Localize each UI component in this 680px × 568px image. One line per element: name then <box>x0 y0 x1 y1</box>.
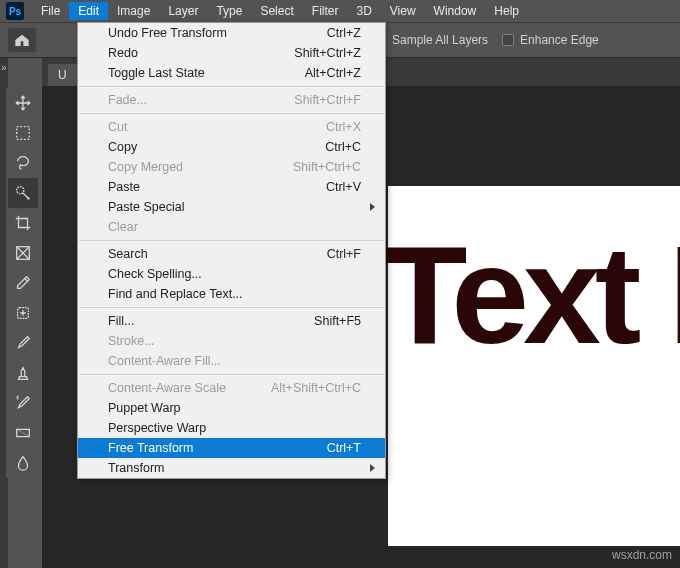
menu-item-paste[interactable]: PasteCtrl+V <box>78 177 385 197</box>
menu-help[interactable]: Help <box>485 2 528 20</box>
menu-item-label: Paste <box>108 180 140 194</box>
sample-all-layers-option[interactable]: Sample All Layers <box>374 33 488 47</box>
clone-stamp-tool[interactable] <box>8 358 38 388</box>
menu-view[interactable]: View <box>381 2 425 20</box>
menu-window[interactable]: Window <box>425 2 486 20</box>
menu-item-fill[interactable]: Fill...Shift+F5 <box>78 311 385 331</box>
menu-filter[interactable]: Filter <box>303 2 348 20</box>
move-tool[interactable] <box>8 88 38 118</box>
menu-item-undo-free-transform[interactable]: Undo Free TransformCtrl+Z <box>78 23 385 43</box>
menu-item-label: Transform <box>108 461 165 475</box>
menu-item-label: Free Transform <box>108 441 193 455</box>
app-logo: Ps <box>6 2 24 20</box>
svg-point-1 <box>17 187 24 194</box>
menu-item-content-aware-scale: Content-Aware ScaleAlt+Shift+Ctrl+C <box>78 378 385 398</box>
menu-edit[interactable]: Edit <box>69 2 108 20</box>
lasso-tool[interactable] <box>8 148 38 178</box>
healing-brush-tool[interactable] <box>8 298 38 328</box>
sample-all-layers-label: Sample All Layers <box>392 33 488 47</box>
menu-item-label: Content-Aware Fill... <box>108 354 221 368</box>
brush-tool[interactable] <box>8 328 38 358</box>
menu-item-toggle-last-state[interactable]: Toggle Last StateAlt+Ctrl+Z <box>78 63 385 83</box>
menu-item-shortcut: Ctrl+Z <box>327 26 361 40</box>
menu-item-fade: Fade...Shift+Ctrl+F <box>78 90 385 110</box>
menu-item-label: Toggle Last State <box>108 66 205 80</box>
menu-item-shortcut: Ctrl+X <box>326 120 361 134</box>
menu-item-copy[interactable]: CopyCtrl+C <box>78 137 385 157</box>
menu-item-cut: CutCtrl+X <box>78 117 385 137</box>
menu-item-label: Content-Aware Scale <box>108 381 226 395</box>
menu-item-find-and-replace-text[interactable]: Find and Replace Text... <box>78 284 385 304</box>
menu-item-paste-special[interactable]: Paste Special <box>78 197 385 217</box>
svg-rect-0 <box>17 127 30 140</box>
menu-item-label: Stroke... <box>108 334 155 348</box>
menu-item-check-spelling[interactable]: Check Spelling... <box>78 264 385 284</box>
menu-item-content-aware-fill: Content-Aware Fill... <box>78 351 385 371</box>
menu-item-label: Paste Special <box>108 200 184 214</box>
frame-tool[interactable] <box>8 238 38 268</box>
toolbox <box>6 88 40 478</box>
menu-bar: Ps FileEditImageLayerTypeSelectFilter3DV… <box>0 0 680 22</box>
menu-item-label: Copy Merged <box>108 160 183 174</box>
menu-item-label: Undo Free Transform <box>108 26 227 40</box>
edit-menu-dropdown: Undo Free TransformCtrl+ZRedoShift+Ctrl+… <box>77 22 386 479</box>
eyedropper-tool[interactable] <box>8 268 38 298</box>
menu-type[interactable]: Type <box>207 2 251 20</box>
menu-separator <box>79 86 384 87</box>
menu-separator <box>79 307 384 308</box>
pin-icon[interactable]: » <box>0 62 7 73</box>
menu-item-puppet-warp[interactable]: Puppet Warp <box>78 398 385 418</box>
menu-file[interactable]: File <box>32 2 69 20</box>
gradient-tool[interactable] <box>8 418 38 448</box>
menu-item-shortcut: Shift+Ctrl+Z <box>294 46 361 60</box>
menu-item-shortcut: Ctrl+T <box>327 441 361 455</box>
menu-item-shortcut: Shift+F5 <box>314 314 361 328</box>
menu-item-shortcut: Ctrl+V <box>326 180 361 194</box>
menu-item-shortcut: Shift+Ctrl+F <box>294 93 361 107</box>
history-brush-tool[interactable] <box>8 388 38 418</box>
document-tab[interactable]: U <box>48 64 77 86</box>
text-layer[interactable]: Text L <box>382 214 680 376</box>
blur-tool[interactable] <box>8 448 38 478</box>
menu-item-shortcut: Shift+Ctrl+C <box>293 160 361 174</box>
menu-item-shortcut: Ctrl+F <box>327 247 361 261</box>
watermark: wsxdn.com <box>612 548 672 562</box>
menu-separator <box>79 240 384 241</box>
menu-item-label: Clear <box>108 220 138 234</box>
menu-select[interactable]: Select <box>251 2 302 20</box>
menu-item-label: Redo <box>108 46 138 60</box>
menu-item-free-transform[interactable]: Free TransformCtrl+T <box>78 438 385 458</box>
quick-select-tool[interactable] <box>8 178 38 208</box>
menu-item-transform[interactable]: Transform <box>78 458 385 478</box>
menu-separator <box>79 374 384 375</box>
menu-item-clear: Clear <box>78 217 385 237</box>
canvas[interactable]: Text L <box>388 186 680 546</box>
home-button[interactable] <box>8 28 36 52</box>
menu-item-label: Cut <box>108 120 127 134</box>
menu-item-copy-merged: Copy MergedShift+Ctrl+C <box>78 157 385 177</box>
menu-item-shortcut: Ctrl+C <box>325 140 361 154</box>
menu-3d[interactable]: 3D <box>347 2 380 20</box>
menu-item-redo[interactable]: RedoShift+Ctrl+Z <box>78 43 385 63</box>
menu-item-label: Fade... <box>108 93 147 107</box>
menu-item-shortcut: Alt+Ctrl+Z <box>305 66 361 80</box>
menu-item-stroke: Stroke... <box>78 331 385 351</box>
enhance-edge-label: Enhance Edge <box>520 33 599 47</box>
menu-image[interactable]: Image <box>108 2 159 20</box>
menu-item-label: Fill... <box>108 314 134 328</box>
menu-item-shortcut: Alt+Shift+Ctrl+C <box>271 381 361 395</box>
marquee-tool[interactable] <box>8 118 38 148</box>
menu-item-label: Puppet Warp <box>108 401 181 415</box>
enhance-edge-option[interactable]: Enhance Edge <box>502 33 599 47</box>
home-icon <box>14 33 30 47</box>
menu-item-label: Check Spelling... <box>108 267 202 281</box>
menu-item-perspective-warp[interactable]: Perspective Warp <box>78 418 385 438</box>
crop-tool[interactable] <box>8 208 38 238</box>
checkbox-icon <box>502 34 514 46</box>
menu-separator <box>79 113 384 114</box>
menu-layer[interactable]: Layer <box>159 2 207 20</box>
menu-item-label: Find and Replace Text... <box>108 287 243 301</box>
menu-item-label: Search <box>108 247 148 261</box>
menu-item-label: Copy <box>108 140 137 154</box>
menu-item-search[interactable]: SearchCtrl+F <box>78 244 385 264</box>
